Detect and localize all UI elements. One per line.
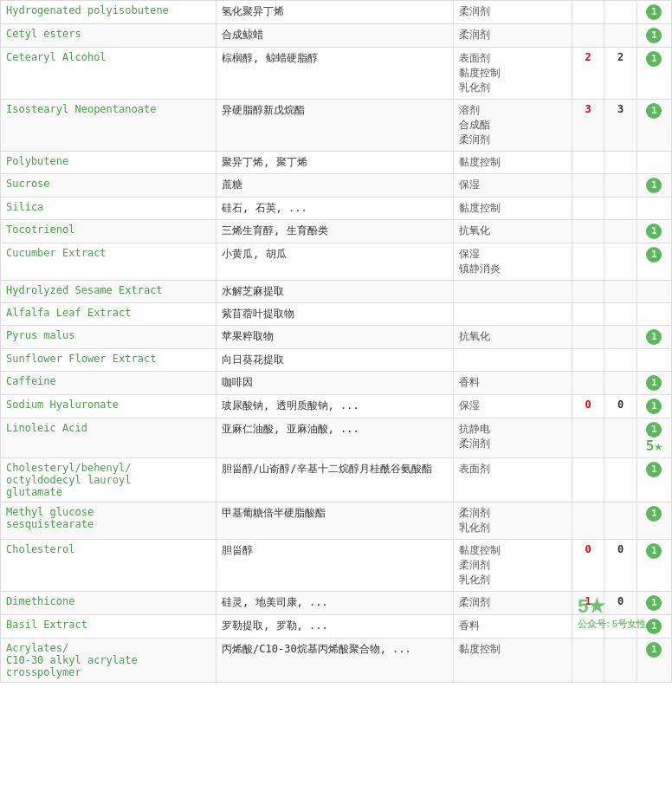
ingredient-name[interactable]: Cholesteryl/behenyl/ octyldodecyl lauroy… bbox=[1, 458, 216, 502]
ingredient-function bbox=[454, 303, 572, 326]
ingredient-name[interactable]: Hydrolyzed Sesame Extract bbox=[1, 281, 216, 303]
ingredient-name[interactable]: Alfalfa Leaf Extract bbox=[1, 303, 216, 326]
safety-badge[interactable]: 1 bbox=[646, 329, 662, 345]
safety-badge[interactable]: 1 bbox=[646, 178, 662, 193]
ingredient-name[interactable]: Basil Extract bbox=[1, 615, 216, 639]
rating-2 bbox=[604, 502, 636, 540]
safety-badge[interactable]: 1 bbox=[646, 642, 662, 658]
rating-1 bbox=[572, 220, 604, 243]
ingredient-function: 黏度控制 柔润剂 乳化剂 bbox=[454, 540, 572, 592]
safety-badge[interactable]: 1 bbox=[646, 595, 662, 611]
ingredient-name[interactable]: Tocotrienol bbox=[1, 220, 216, 243]
safety-badge[interactable]: 1 bbox=[646, 619, 662, 634]
ingredient-name[interactable]: Methyl glucose sesquistearate bbox=[1, 502, 216, 540]
ingredient-name[interactable]: Acrylates/ C10-30 alkyl acrylate crosspo… bbox=[1, 639, 216, 683]
safety-badge-cell: 1 bbox=[636, 24, 671, 48]
ingredient-name[interactable]: Hydrogenated polyisobutene bbox=[1, 1, 216, 24]
safety-badge[interactable]: 1 bbox=[646, 4, 662, 20]
rating-2 bbox=[604, 174, 636, 198]
ingredient-function bbox=[454, 281, 572, 303]
ingredient-function: 黏度控制 bbox=[454, 198, 572, 220]
safety-badge-cell: 1 bbox=[636, 100, 671, 152]
table-row: Cholesterol胆甾醇黏度控制 柔润剂 乳化剂001 bbox=[1, 540, 672, 592]
rating-2 bbox=[604, 349, 636, 372]
rating-1 bbox=[572, 174, 604, 198]
rating-2 bbox=[604, 24, 636, 48]
ingredients-table: Hydrogenated polyisobutene氢化聚异丁烯柔润剂1Cety… bbox=[0, 0, 672, 683]
rating-1 bbox=[572, 326, 604, 349]
table-row: Silica硅石, 石英, ...黏度控制 bbox=[1, 198, 672, 220]
ingredient-cn-name: 三烯生育醇, 生育酚类 bbox=[216, 220, 454, 243]
table-row: Dimethicone硅灵, 地美司康, ...柔润剂101 bbox=[1, 592, 672, 615]
rating-1 bbox=[572, 418, 604, 458]
ingredient-cn-name: 小黄瓜, 胡瓜 bbox=[216, 243, 454, 281]
ingredient-cn-name: 向日葵花提取 bbox=[216, 349, 454, 372]
ingredient-name[interactable]: Sucrose bbox=[1, 174, 216, 198]
ingredient-name[interactable]: Sunflower Flower Extract bbox=[1, 349, 216, 372]
safety-badge[interactable]: 1 bbox=[646, 247, 662, 263]
safety-badge[interactable]: 1 bbox=[646, 103, 662, 119]
table-row: Sucrose蔗糖保湿1 bbox=[1, 174, 672, 198]
ingredient-cn-name: 氢化聚异丁烯 bbox=[216, 1, 454, 24]
safety-badge[interactable]: 1 bbox=[646, 375, 662, 391]
ingredient-name[interactable]: Isostearyl Neopentanoate bbox=[1, 100, 216, 152]
ingredient-function: 保湿 bbox=[454, 395, 572, 418]
safety-badge[interactable]: 1 bbox=[646, 51, 662, 67]
table-row: Cetearyl Alcohol棕榈醇, 鲸蜡硬脂醇表面剂 黏度控制 乳化剂22… bbox=[1, 48, 672, 100]
ingredient-function: 柔润剂 bbox=[454, 592, 572, 615]
rating-2 bbox=[604, 418, 636, 458]
safety-badge-cell bbox=[636, 303, 671, 326]
ingredient-cn-name: 聚异丁烯, 聚丁烯 bbox=[216, 152, 454, 174]
table-row: Pyrus malus苹果粹取物抗氧化1 bbox=[1, 326, 672, 349]
table-row: Sodium Hyaluronate玻尿酸钠, 透明质酸钠, ...保湿001 bbox=[1, 395, 672, 418]
ingredient-name[interactable]: Sodium Hyaluronate bbox=[1, 395, 216, 418]
ingredient-name[interactable]: Cetyl esters bbox=[1, 24, 216, 48]
ingredient-name[interactable]: Cholesterol bbox=[1, 540, 216, 592]
safety-badge[interactable]: 1 bbox=[646, 422, 662, 438]
safety-badge[interactable]: 1 bbox=[646, 224, 662, 239]
safety-badge-cell: 1 bbox=[636, 395, 671, 418]
safety-badge[interactable]: 1 bbox=[646, 399, 662, 414]
rating-1 bbox=[572, 152, 604, 174]
rating-1 bbox=[572, 243, 604, 281]
safety-badge-cell bbox=[636, 349, 671, 372]
ingredient-cn-name: 硅灵, 地美司康, ... bbox=[216, 592, 454, 615]
safety-badge[interactable]: 1 bbox=[646, 543, 662, 559]
rating-2: 3 bbox=[604, 100, 636, 152]
ingredient-function: 柔润剂 bbox=[454, 24, 572, 48]
ingredient-cn-name: 异硬脂醇新戊烷酯 bbox=[216, 100, 454, 152]
table-row: Cetyl esters合成鲸蜡柔润剂1 bbox=[1, 24, 672, 48]
safety-badge[interactable]: 1 bbox=[646, 462, 662, 477]
rating-1 bbox=[572, 502, 604, 540]
ingredient-cn-name: 玻尿酸钠, 透明质酸钠, ... bbox=[216, 395, 454, 418]
safety-badge-cell: 1 bbox=[636, 372, 671, 395]
ingredient-name[interactable]: Dimethicone bbox=[1, 592, 216, 615]
safety-badge[interactable]: 1 bbox=[646, 506, 662, 522]
ingredient-function: 柔润剂 乳化剂 bbox=[454, 502, 572, 540]
ingredient-cn-name: 合成鲸蜡 bbox=[216, 24, 454, 48]
ingredient-cn-name: 蔗糖 bbox=[216, 174, 454, 198]
rating-2 bbox=[604, 198, 636, 220]
safety-badge-cell: 1 bbox=[636, 458, 671, 502]
ingredient-function: 香料 bbox=[454, 615, 572, 639]
ingredient-name[interactable]: Polybutene bbox=[1, 152, 216, 174]
ingredient-name[interactable]: Cucumber Extract bbox=[1, 243, 216, 281]
safety-badge-cell: 1 bbox=[636, 243, 671, 281]
table-row: Linoleic Acid亚麻仁油酸, 亚麻油酸, ...抗静电 柔润剂15★ bbox=[1, 418, 672, 458]
watermark: 5★ bbox=[643, 438, 666, 454]
safety-badge[interactable]: 1 bbox=[646, 28, 662, 43]
table-row: Acrylates/ C10-30 alkyl acrylate crosspo… bbox=[1, 639, 672, 683]
ingredient-cn-name: 咖啡因 bbox=[216, 372, 454, 395]
rating-1 bbox=[572, 349, 604, 372]
ingredient-function: 抗静电 柔润剂 bbox=[454, 418, 572, 458]
ingredient-name[interactable]: Linoleic Acid bbox=[1, 418, 216, 458]
ingredient-name[interactable]: Silica bbox=[1, 198, 216, 220]
ingredient-name[interactable]: Pyrus malus bbox=[1, 326, 216, 349]
ingredient-name[interactable]: Caffeine bbox=[1, 372, 216, 395]
ingredient-cn-name: 水解芝麻提取 bbox=[216, 281, 454, 303]
rating-2: 0 bbox=[604, 540, 636, 592]
rating-2: 2 bbox=[604, 48, 636, 100]
ingredient-name[interactable]: Cetearyl Alcohol bbox=[1, 48, 216, 100]
rating-1 bbox=[572, 281, 604, 303]
rating-2 bbox=[604, 303, 636, 326]
